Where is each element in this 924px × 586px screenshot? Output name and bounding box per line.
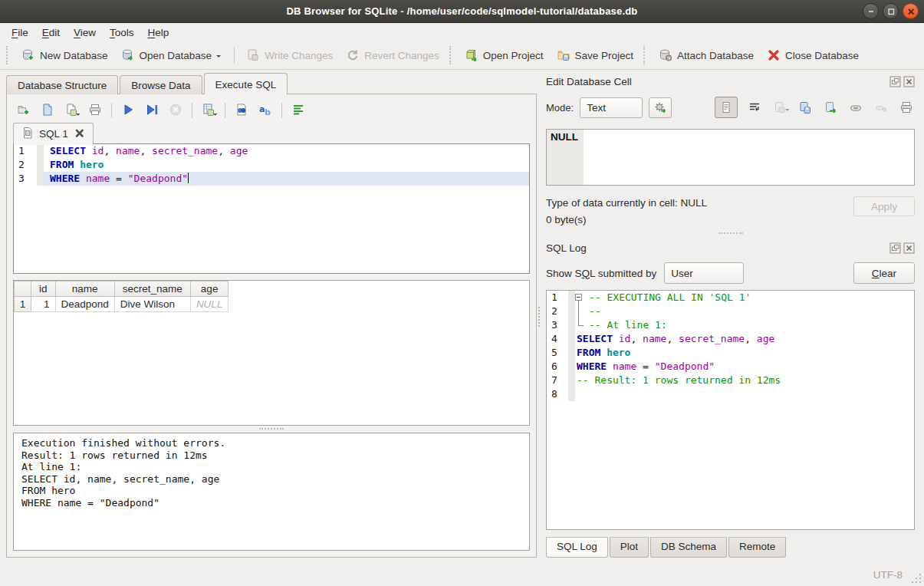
cell-mode-row: Mode: Text	[546, 96, 915, 119]
docks-splitter[interactable]	[546, 229, 915, 239]
column-header-id[interactable]: id	[31, 281, 56, 297]
print-button[interactable]	[86, 101, 104, 120]
log-line-8: 8	[547, 387, 914, 401]
cell-id[interactable]: 1	[31, 297, 56, 312]
cell-secret_name[interactable]: Dive Wilson	[114, 297, 190, 312]
sql-file-icon	[21, 127, 34, 141]
edit-cell-dock-header: Edit Database Cell	[546, 73, 915, 90]
panes-splitter[interactable]	[537, 70, 541, 564]
open-project-button[interactable]: Open Project	[459, 45, 550, 65]
text-mode-button[interactable]	[715, 97, 738, 118]
svg-text:b: b	[265, 107, 271, 117]
fold-marker	[575, 305, 587, 318]
menu-tools[interactable]: Tools	[103, 25, 141, 41]
tab-db-schema[interactable]: DB Schema	[650, 537, 727, 558]
close-panel-icon[interactable]	[903, 242, 915, 254]
minimize-button[interactable]	[863, 3, 879, 19]
chevron-down-icon[interactable]	[215, 50, 222, 61]
editor-line-3[interactable]: 3WHERE name = "Deadpond"	[14, 172, 529, 186]
results-grid[interactable]: idnamesecret_nameage11DeadpondDive Wilso…	[13, 280, 530, 426]
menu-edit[interactable]: Edit	[35, 25, 67, 41]
open-tab-icon	[17, 103, 31, 119]
log-line-3: 3-- At line 1:	[547, 318, 914, 332]
column-header-age[interactable]: age	[190, 281, 229, 297]
menu-file[interactable]: File	[5, 25, 35, 41]
close-tab-icon[interactable]	[74, 127, 85, 141]
sql-subtab-bar: SQL 1	[13, 123, 530, 144]
text-cursor	[188, 173, 189, 183]
new-database-button[interactable]: New Database	[15, 45, 114, 65]
save-sql-file-button[interactable]	[62, 101, 81, 120]
open-sql-file-button[interactable]	[38, 101, 57, 120]
copy-link-button[interactable]	[847, 99, 864, 116]
float-panel-icon[interactable]	[889, 242, 901, 254]
toolbar-handle[interactable]	[6, 46, 12, 64]
submitted-by-select[interactable]: User	[664, 262, 744, 284]
resize-grip[interactable]	[912, 574, 921, 583]
open-sql-file-icon	[41, 103, 54, 119]
write-changes-button: Write Changes	[240, 45, 339, 65]
main-toolbar: New DatabaseOpen DatabaseWrite ChangesRe…	[0, 41, 924, 70]
cell-settings-button[interactable]	[649, 97, 672, 118]
replace-button[interactable]: ab	[256, 101, 275, 120]
editor-line-1[interactable]: 1SELECT id, name, secret_name, age	[14, 144, 529, 158]
apply-button[interactable]: Apply	[853, 196, 915, 216]
cell-info: Type of data currently in cell: NULL 0 b…	[546, 195, 915, 229]
fold-marker[interactable]	[575, 291, 587, 305]
execute-all-button[interactable]	[119, 101, 137, 120]
save-as-button[interactable]	[797, 99, 814, 116]
maximize-button[interactable]	[883, 3, 899, 19]
toolbar-handle[interactable]	[643, 46, 649, 64]
open-database-button[interactable]: Open Database	[115, 45, 229, 65]
tab-remote[interactable]: Remote	[728, 537, 786, 558]
menu-view[interactable]: View	[67, 25, 103, 41]
tab-plot[interactable]: Plot	[610, 537, 649, 558]
tab-browse-data[interactable]: Browse Data	[120, 75, 202, 94]
float-panel-icon[interactable]	[889, 76, 901, 87]
export-data-button[interactable]	[822, 99, 839, 116]
save-project-button[interactable]: Save Project	[551, 45, 640, 65]
log-line-1: 1-- EXECUTING ALL IN 'SQL 1'	[547, 291, 914, 305]
mode-select[interactable]: Text	[580, 97, 643, 118]
grid-corner[interactable]	[15, 281, 31, 297]
toolbar-button-label: Write Changes	[265, 50, 333, 61]
close-database-button[interactable]: Close Database	[761, 45, 865, 65]
format-button[interactable]	[289, 101, 307, 120]
open-tab-button[interactable]	[15, 101, 33, 120]
cell-value-editor[interactable]: NULL	[546, 129, 915, 186]
editor-line-2[interactable]: 2FROM hero	[14, 158, 529, 172]
toolbar-handle[interactable]	[449, 46, 455, 64]
clear-button[interactable]: Clear	[853, 262, 915, 284]
close-panel-icon[interactable]	[903, 76, 915, 87]
row-header[interactable]: 1	[15, 297, 31, 312]
sql-editor[interactable]: 1SELECT id, name, secret_name, age2FROM …	[13, 143, 530, 274]
results-message-splitter[interactable]	[13, 426, 530, 433]
tab-database-structure[interactable]: Database Structure	[6, 75, 118, 94]
new-database-icon	[21, 48, 35, 62]
log-line-2: 2--	[547, 305, 914, 318]
save-results-button[interactable]	[199, 101, 218, 120]
find-button[interactable]	[232, 101, 251, 120]
cell-name[interactable]: Deadpond	[55, 297, 114, 312]
attach-database-button[interactable]: Attach Database	[653, 45, 760, 65]
execute-line-button[interactable]	[143, 101, 161, 120]
cell-age[interactable]: NULL	[190, 297, 229, 312]
toolbar-button-label: Revert Changes	[364, 50, 439, 61]
sql-log-title: SQL Log	[546, 242, 587, 254]
save-project-icon	[557, 48, 571, 62]
tab-execute-sql[interactable]: Execute SQL	[204, 73, 288, 94]
print-cell-button[interactable]	[898, 99, 915, 116]
log-line-7: 7-- Result: 1 rows returned in 12ms	[547, 374, 914, 387]
close-button[interactable]	[903, 3, 919, 19]
column-header-name[interactable]: name	[55, 281, 114, 297]
word-wrap-button[interactable]	[746, 99, 763, 116]
toolbar-separator	[225, 103, 225, 118]
column-header-secret_name[interactable]: secret_name	[114, 281, 190, 297]
tab-sql-1[interactable]: SQL 1	[13, 123, 94, 144]
main-tab-bar: Database StructureBrowse DataExecute SQL	[6, 73, 537, 94]
menu-help[interactable]: Help	[141, 25, 176, 41]
tab-sql-log[interactable]: SQL Log	[546, 537, 608, 558]
status-bar: UTF-8	[0, 564, 924, 586]
right-pane: Edit Database Cell Mode: Text NULL Type …	[541, 70, 924, 564]
edit-cell-title: Edit Database Cell	[546, 76, 632, 87]
